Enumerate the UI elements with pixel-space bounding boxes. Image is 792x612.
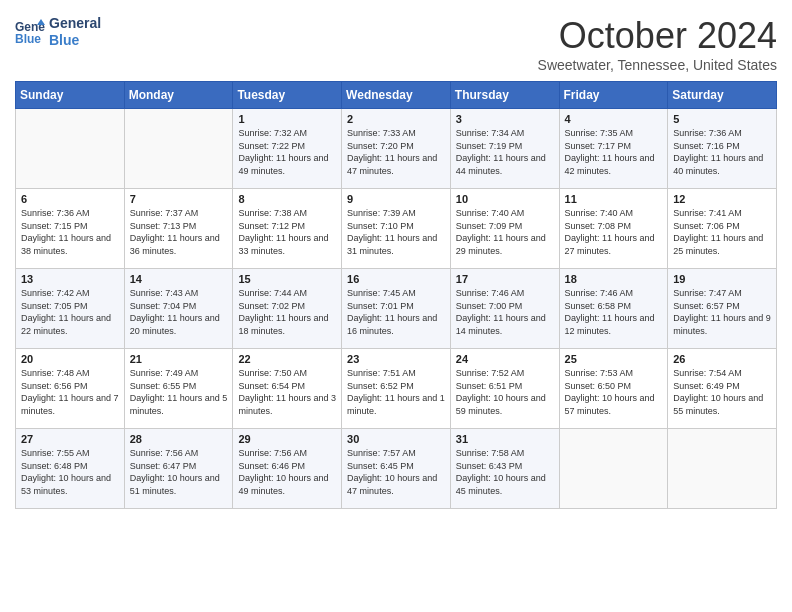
day-number: 23 [347,353,445,365]
day-number: 2 [347,113,445,125]
calendar-cell: 31Sunrise: 7:58 AM Sunset: 6:43 PM Dayli… [450,429,559,509]
day-number: 13 [21,273,119,285]
calendar-cell: 30Sunrise: 7:57 AM Sunset: 6:45 PM Dayli… [342,429,451,509]
calendar-table: SundayMondayTuesdayWednesdayThursdayFrid… [15,81,777,509]
day-number: 9 [347,193,445,205]
weekday-header-tuesday: Tuesday [233,82,342,109]
day-info: Sunrise: 7:57 AM Sunset: 6:45 PM Dayligh… [347,447,445,497]
day-info: Sunrise: 7:58 AM Sunset: 6:43 PM Dayligh… [456,447,554,497]
calendar-cell: 22Sunrise: 7:50 AM Sunset: 6:54 PM Dayli… [233,349,342,429]
day-number: 1 [238,113,336,125]
day-number: 7 [130,193,228,205]
calendar-cell: 16Sunrise: 7:45 AM Sunset: 7:01 PM Dayli… [342,269,451,349]
day-number: 12 [673,193,771,205]
calendar-cell: 4Sunrise: 7:35 AM Sunset: 7:17 PM Daylig… [559,109,668,189]
weekday-header-friday: Friday [559,82,668,109]
calendar-cell [559,429,668,509]
day-number: 26 [673,353,771,365]
weekday-header-wednesday: Wednesday [342,82,451,109]
day-info: Sunrise: 7:40 AM Sunset: 7:08 PM Dayligh… [565,207,663,257]
calendar-cell: 2Sunrise: 7:33 AM Sunset: 7:20 PM Daylig… [342,109,451,189]
calendar-cell: 11Sunrise: 7:40 AM Sunset: 7:08 PM Dayli… [559,189,668,269]
calendar-week-1: 1Sunrise: 7:32 AM Sunset: 7:22 PM Daylig… [16,109,777,189]
day-info: Sunrise: 7:45 AM Sunset: 7:01 PM Dayligh… [347,287,445,337]
day-info: Sunrise: 7:56 AM Sunset: 6:47 PM Dayligh… [130,447,228,497]
day-info: Sunrise: 7:50 AM Sunset: 6:54 PM Dayligh… [238,367,336,417]
calendar-week-3: 13Sunrise: 7:42 AM Sunset: 7:05 PM Dayli… [16,269,777,349]
weekday-header-saturday: Saturday [668,82,777,109]
day-number: 25 [565,353,663,365]
day-info: Sunrise: 7:54 AM Sunset: 6:49 PM Dayligh… [673,367,771,417]
day-number: 18 [565,273,663,285]
page-header: General Blue General Blue October 2024 S… [15,15,777,73]
day-info: Sunrise: 7:46 AM Sunset: 7:00 PM Dayligh… [456,287,554,337]
calendar-cell [124,109,233,189]
day-info: Sunrise: 7:53 AM Sunset: 6:50 PM Dayligh… [565,367,663,417]
calendar-cell: 6Sunrise: 7:36 AM Sunset: 7:15 PM Daylig… [16,189,125,269]
calendar-cell: 23Sunrise: 7:51 AM Sunset: 6:52 PM Dayli… [342,349,451,429]
day-number: 20 [21,353,119,365]
calendar-cell: 20Sunrise: 7:48 AM Sunset: 6:56 PM Dayli… [16,349,125,429]
calendar-cell: 18Sunrise: 7:46 AM Sunset: 6:58 PM Dayli… [559,269,668,349]
day-number: 10 [456,193,554,205]
day-info: Sunrise: 7:37 AM Sunset: 7:13 PM Dayligh… [130,207,228,257]
day-number: 30 [347,433,445,445]
calendar-cell [16,109,125,189]
calendar-cell: 13Sunrise: 7:42 AM Sunset: 7:05 PM Dayli… [16,269,125,349]
day-number: 15 [238,273,336,285]
calendar-cell: 5Sunrise: 7:36 AM Sunset: 7:16 PM Daylig… [668,109,777,189]
day-info: Sunrise: 7:33 AM Sunset: 7:20 PM Dayligh… [347,127,445,177]
location-subtitle: Sweetwater, Tennessee, United States [538,57,777,73]
calendar-cell: 28Sunrise: 7:56 AM Sunset: 6:47 PM Dayli… [124,429,233,509]
day-info: Sunrise: 7:46 AM Sunset: 6:58 PM Dayligh… [565,287,663,337]
calendar-cell: 27Sunrise: 7:55 AM Sunset: 6:48 PM Dayli… [16,429,125,509]
day-number: 4 [565,113,663,125]
day-info: Sunrise: 7:40 AM Sunset: 7:09 PM Dayligh… [456,207,554,257]
day-info: Sunrise: 7:48 AM Sunset: 6:56 PM Dayligh… [21,367,119,417]
day-number: 31 [456,433,554,445]
day-number: 16 [347,273,445,285]
day-info: Sunrise: 7:39 AM Sunset: 7:10 PM Dayligh… [347,207,445,257]
day-number: 21 [130,353,228,365]
day-info: Sunrise: 7:32 AM Sunset: 7:22 PM Dayligh… [238,127,336,177]
svg-text:Blue: Blue [15,32,41,46]
day-info: Sunrise: 7:35 AM Sunset: 7:17 PM Dayligh… [565,127,663,177]
day-info: Sunrise: 7:44 AM Sunset: 7:02 PM Dayligh… [238,287,336,337]
day-info: Sunrise: 7:56 AM Sunset: 6:46 PM Dayligh… [238,447,336,497]
calendar-cell: 21Sunrise: 7:49 AM Sunset: 6:55 PM Dayli… [124,349,233,429]
day-number: 19 [673,273,771,285]
calendar-cell: 10Sunrise: 7:40 AM Sunset: 7:09 PM Dayli… [450,189,559,269]
day-info: Sunrise: 7:55 AM Sunset: 6:48 PM Dayligh… [21,447,119,497]
calendar-cell [668,429,777,509]
calendar-cell: 7Sunrise: 7:37 AM Sunset: 7:13 PM Daylig… [124,189,233,269]
month-title: October 2024 [538,15,777,57]
day-info: Sunrise: 7:36 AM Sunset: 7:16 PM Dayligh… [673,127,771,177]
day-info: Sunrise: 7:42 AM Sunset: 7:05 PM Dayligh… [21,287,119,337]
logo-text-general: General [49,15,101,32]
logo-text-blue: Blue [49,32,101,49]
calendar-cell: 9Sunrise: 7:39 AM Sunset: 7:10 PM Daylig… [342,189,451,269]
day-number: 3 [456,113,554,125]
weekday-header-thursday: Thursday [450,82,559,109]
calendar-cell: 3Sunrise: 7:34 AM Sunset: 7:19 PM Daylig… [450,109,559,189]
day-number: 24 [456,353,554,365]
day-number: 27 [21,433,119,445]
calendar-week-2: 6Sunrise: 7:36 AM Sunset: 7:15 PM Daylig… [16,189,777,269]
title-block: October 2024 Sweetwater, Tennessee, Unit… [538,15,777,73]
day-info: Sunrise: 7:52 AM Sunset: 6:51 PM Dayligh… [456,367,554,417]
day-info: Sunrise: 7:43 AM Sunset: 7:04 PM Dayligh… [130,287,228,337]
calendar-cell: 17Sunrise: 7:46 AM Sunset: 7:00 PM Dayli… [450,269,559,349]
calendar-cell: 26Sunrise: 7:54 AM Sunset: 6:49 PM Dayli… [668,349,777,429]
calendar-cell: 1Sunrise: 7:32 AM Sunset: 7:22 PM Daylig… [233,109,342,189]
weekday-header-sunday: Sunday [16,82,125,109]
calendar-cell: 24Sunrise: 7:52 AM Sunset: 6:51 PM Dayli… [450,349,559,429]
weekday-header-monday: Monday [124,82,233,109]
day-info: Sunrise: 7:38 AM Sunset: 7:12 PM Dayligh… [238,207,336,257]
day-number: 22 [238,353,336,365]
day-info: Sunrise: 7:34 AM Sunset: 7:19 PM Dayligh… [456,127,554,177]
calendar-cell: 29Sunrise: 7:56 AM Sunset: 6:46 PM Dayli… [233,429,342,509]
day-number: 8 [238,193,336,205]
day-number: 29 [238,433,336,445]
day-number: 14 [130,273,228,285]
day-number: 17 [456,273,554,285]
